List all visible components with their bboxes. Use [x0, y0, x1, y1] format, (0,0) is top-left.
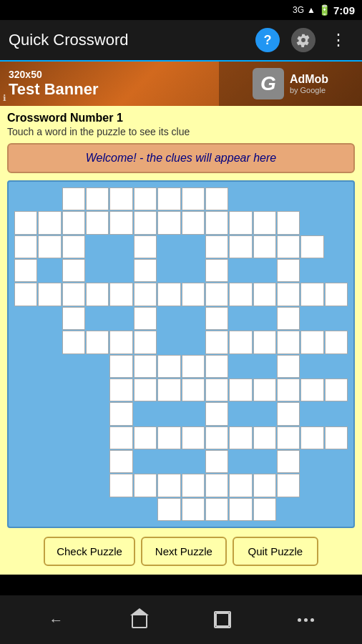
grid-cell-12-10[interactable]: [253, 474, 276, 497]
grid-cell-7-8[interactable]: [205, 355, 228, 378]
grid-cell-8-8[interactable]: [205, 379, 228, 401]
grid-cell-8-12[interactable]: [300, 379, 323, 401]
grid-cell-4-7[interactable]: [182, 283, 205, 306]
grid-cell-13-6[interactable]: [157, 498, 180, 521]
grid-cell-6-2[interactable]: [62, 331, 85, 353]
grid-cell-6-5[interactable]: [134, 331, 157, 353]
grid-cell-6-4[interactable]: [109, 331, 132, 353]
recents-button[interactable]: [205, 605, 240, 634]
grid-cell-2-5[interactable]: [134, 235, 157, 258]
grid-cell-12-8[interactable]: [205, 474, 228, 497]
nav-more-button[interactable]: [288, 605, 324, 634]
grid-cell-13-10[interactable]: [253, 498, 276, 521]
grid-cell-11-11[interactable]: [277, 450, 300, 473]
grid-cell-10-11[interactable]: [277, 426, 300, 449]
home-button[interactable]: [122, 605, 157, 634]
grid-cell-13-9[interactable]: [229, 498, 252, 521]
overflow-menu-button[interactable]: ⋮: [325, 26, 353, 54]
check-puzzle-button[interactable]: Check Puzzle: [44, 537, 135, 566]
grid-cell-2-2[interactable]: [62, 235, 85, 258]
grid-cell-7-6[interactable]: [157, 355, 180, 378]
grid-cell-12-6[interactable]: [157, 474, 180, 497]
grid-cell-1-10[interactable]: [253, 211, 276, 234]
grid-cell-7-5[interactable]: [134, 355, 157, 378]
grid-cell-13-7[interactable]: [182, 498, 205, 521]
grid-cell-0-7[interactable]: [182, 187, 205, 210]
next-puzzle-button[interactable]: Next Puzzle: [141, 537, 227, 566]
grid-cell-1-9[interactable]: [229, 211, 252, 234]
grid-cell-8-6[interactable]: [157, 379, 180, 401]
grid-cell-5-2[interactable]: [62, 307, 85, 330]
grid-cell-2-0[interactable]: [14, 235, 37, 258]
grid-cell-1-6[interactable]: [157, 211, 180, 234]
grid-cell-4-5[interactable]: [134, 283, 157, 306]
crossword-grid-container[interactable]: [7, 180, 355, 528]
grid-cell-8-4[interactable]: [109, 379, 132, 401]
grid-cell-0-4[interactable]: [109, 187, 132, 210]
grid-cell-8-10[interactable]: [253, 379, 276, 401]
grid-cell-4-9[interactable]: [229, 283, 252, 306]
grid-cell-10-9[interactable]: [229, 426, 252, 449]
grid-cell-3-8[interactable]: [205, 259, 228, 282]
grid-cell-4-2[interactable]: [62, 283, 85, 306]
grid-cell-4-4[interactable]: [109, 283, 132, 306]
grid-cell-4-10[interactable]: [253, 283, 276, 306]
grid-cell-10-13[interactable]: [325, 426, 348, 449]
grid-cell-10-6[interactable]: [157, 426, 180, 449]
grid-cell-5-8[interactable]: [205, 307, 228, 330]
grid-cell-6-11[interactable]: [277, 331, 300, 353]
grid-cell-8-13[interactable]: [325, 379, 348, 401]
grid-cell-8-7[interactable]: [182, 379, 205, 401]
grid-cell-3-11[interactable]: [277, 259, 300, 282]
grid-cell-6-3[interactable]: [86, 331, 109, 353]
grid-cell-5-11[interactable]: [277, 307, 300, 330]
grid-cell-7-4[interactable]: [109, 355, 132, 378]
grid-cell-0-2[interactable]: [62, 187, 85, 210]
grid-cell-7-11[interactable]: [277, 355, 300, 378]
grid-cell-4-12[interactable]: [300, 283, 323, 306]
grid-cell-12-7[interactable]: [182, 474, 205, 497]
crossword-grid[interactable]: [14, 187, 348, 521]
grid-cell-1-11[interactable]: [277, 211, 300, 234]
grid-cell-0-5[interactable]: [134, 187, 157, 210]
grid-cell-9-4[interactable]: [109, 402, 132, 425]
grid-cell-10-8[interactable]: [205, 426, 228, 449]
grid-cell-10-12[interactable]: [300, 426, 323, 449]
grid-cell-0-3[interactable]: [86, 187, 109, 210]
grid-cell-11-8[interactable]: [205, 450, 228, 473]
grid-cell-6-10[interactable]: [253, 331, 276, 353]
grid-cell-4-13[interactable]: [325, 283, 348, 306]
grid-cell-1-3[interactable]: [86, 211, 109, 234]
grid-cell-8-11[interactable]: [277, 379, 300, 401]
grid-cell-1-5[interactable]: [134, 211, 157, 234]
grid-cell-12-5[interactable]: [134, 474, 157, 497]
grid-cell-9-11[interactable]: [277, 402, 300, 425]
grid-cell-2-9[interactable]: [229, 235, 252, 258]
grid-cell-4-8[interactable]: [205, 283, 228, 306]
grid-cell-10-10[interactable]: [253, 426, 276, 449]
grid-cell-10-7[interactable]: [182, 426, 205, 449]
grid-cell-2-12[interactable]: [300, 235, 323, 258]
grid-cell-1-4[interactable]: [109, 211, 132, 234]
grid-cell-2-1[interactable]: [38, 235, 61, 258]
grid-cell-12-11[interactable]: [277, 474, 300, 497]
settings-button[interactable]: [289, 26, 318, 54]
grid-cell-4-1[interactable]: [38, 283, 61, 306]
ad-banner[interactable]: 320x50 Test Banner G AdMob by Google ℹ: [0, 62, 362, 106]
grid-cell-1-2[interactable]: [62, 211, 85, 234]
grid-cell-6-13[interactable]: [325, 331, 348, 353]
grid-cell-4-6[interactable]: [157, 283, 180, 306]
grid-cell-4-3[interactable]: [86, 283, 109, 306]
grid-cell-2-8[interactable]: [205, 235, 228, 258]
grid-cell-11-4[interactable]: [109, 450, 132, 473]
grid-cell-12-4[interactable]: [109, 474, 132, 497]
grid-cell-3-0[interactable]: [14, 259, 37, 282]
grid-cell-1-7[interactable]: [182, 211, 205, 234]
grid-cell-0-6[interactable]: [157, 187, 180, 210]
grid-cell-9-8[interactable]: [205, 402, 228, 425]
grid-cell-10-4[interactable]: [109, 426, 132, 449]
grid-cell-8-5[interactable]: [134, 379, 157, 401]
grid-cell-2-11[interactable]: [277, 235, 300, 258]
help-button[interactable]: ?: [253, 26, 282, 54]
grid-cell-13-8[interactable]: [205, 498, 228, 521]
